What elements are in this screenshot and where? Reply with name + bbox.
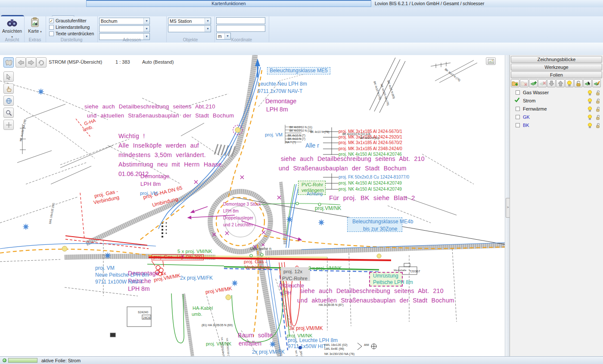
objekte-dropdown-0[interactable]: MS Station▼ (168, 18, 211, 25)
context-tab-kartenfunktionen[interactable]: Kartenfunktionen (86, 0, 371, 7)
lock-icon[interactable] (596, 106, 600, 113)
lock-icon[interactable] (596, 90, 600, 96)
checkbox-liniendarstellung[interactable]: Liniendarstellung (49, 24, 90, 30)
checkbox-label: Liniendarstellung (56, 25, 90, 30)
layer-select-button[interactable] (583, 79, 592, 87)
layer-edit-button[interactable] (592, 79, 601, 87)
objekte-dropdown-1[interactable]: ▼ (168, 25, 211, 32)
panel-header-folien[interactable]: Folien (511, 71, 602, 78)
lock-button[interactable] (574, 79, 583, 87)
checked-checkbox-icon: ✓ (49, 19, 54, 23)
back-button[interactable] (16, 57, 26, 68)
ribbon-group-darstellung: ✓GraustufenfilterLiniendarstellungTexte … (46, 16, 98, 42)
layer-row-fernwärme[interactable]: Fernwärme (510, 105, 603, 113)
map-scale: 1 : 383 (115, 59, 130, 65)
coordinate-y-input[interactable] (216, 25, 265, 32)
move-up-button[interactable] (556, 79, 565, 87)
image-icon (488, 59, 494, 64)
dropdown-value: MS Station (170, 19, 205, 24)
visibility-bulb-icon[interactable] (587, 98, 592, 105)
adressen-dropdown-0[interactable]: Bochum▼ (99, 18, 150, 25)
title-bar: Kartenfunktionen Lovion BIS 6.2.1 / Lovi… (0, 0, 603, 8)
checkbox-graustufenfilter[interactable]: ✓Graustufenfilter (49, 18, 87, 24)
visibility-bulb-icon[interactable] (587, 123, 592, 129)
layer-label: BK (523, 123, 529, 128)
map-drawing (0, 55, 505, 356)
layer-row-gas-wasser[interactable]: Gas Wasser (510, 89, 603, 97)
visibility-bulb-icon[interactable] (587, 90, 592, 96)
group-caption-koordinate: Koordinate (214, 37, 269, 42)
status-led-icon (3, 358, 6, 362)
ribbon-tab-row: ▾ DesignKarteNetzwerkverfolgungNetzeinfä… (0, 7, 603, 16)
karte-label: Karte (28, 28, 39, 34)
layer-add-button[interactable] (529, 79, 538, 87)
layer-checkbox[interactable] (516, 115, 520, 119)
ribbon-group-extras: Karte ▾ Extras (24, 16, 46, 42)
context-tab-label: Kartenfunktionen (211, 1, 246, 6)
layer-checkbox[interactable] (516, 107, 520, 111)
status-text: aktive Folie: Strom (41, 358, 81, 363)
active-layer-check-icon (514, 97, 520, 104)
overview-map-button[interactable] (486, 57, 496, 65)
chevron-down-icon: ▼ (205, 26, 211, 32)
folder-delete-button[interactable] (520, 79, 528, 87)
chevron-down-icon: ▼ (143, 18, 149, 24)
forward-button[interactable] (26, 57, 36, 68)
select-tool-button[interactable] (3, 71, 14, 82)
binoculars-icon (6, 17, 18, 28)
lock-icon[interactable] (596, 123, 600, 129)
checkbox-label: Texte unterdrücken (56, 31, 94, 36)
karte-button[interactable]: Karte ▾ (25, 17, 45, 34)
refresh-button[interactable] (36, 57, 47, 68)
group-caption-objekte: Objekte (166, 37, 214, 42)
hand-tool-button[interactable] (3, 83, 14, 94)
ansichten-button[interactable]: Ansichten ▾ (2, 17, 22, 39)
ribbon: Ansichten ▾ Ansicht Karte ▾ Extras ✓Grau… (0, 16, 603, 43)
active-view-name: STROM (MSP-Übersicht) (49, 59, 102, 65)
group-caption-extras: Extras (24, 37, 46, 42)
dropdown-value: Bochum (101, 19, 143, 24)
ribbon-group-koordinate: m▼ Koordinate (214, 16, 269, 42)
unchecked-checkbox-icon (49, 31, 54, 36)
visibility-bulb-icon[interactable] (587, 114, 592, 121)
window-title: Lovion BIS 6.2.1 / Lovion GmbH / Gesamt … (375, 1, 484, 6)
layer-label: GK (523, 114, 530, 120)
layer-row-bk[interactable]: BK (510, 121, 603, 130)
panel-header-zeichnungsblöcke[interactable]: Zeichnungsblöcke (511, 56, 602, 63)
layer-checkbox[interactable] (516, 90, 520, 95)
chevron-down-icon: ▼ (205, 18, 211, 24)
layer-list: Gas WasserStromFernwärmeGKBK (510, 89, 603, 130)
ribbon-group-objekte: MS Station▼▼ Objekte (166, 16, 215, 42)
ansichten-label: Ansichten (2, 28, 22, 34)
folien-toolbar (510, 79, 603, 88)
group-caption-darstellung: Darstellung (46, 37, 97, 42)
chevron-down-icon: ▼ (143, 26, 149, 32)
lock-icon[interactable] (596, 98, 600, 105)
layer-row-strom[interactable]: Strom (510, 97, 603, 105)
globe-tool-button[interactable] (3, 96, 14, 106)
progress-bar (8, 358, 37, 363)
status-bar: aktive Folie: Strom (0, 356, 603, 364)
ribbon-group-ansicht: Ansichten ▾ Ansicht (0, 16, 25, 42)
visibility-bulb-icon[interactable] (587, 106, 592, 113)
crosshair-tool-button[interactable] (3, 120, 14, 130)
unchecked-checkbox-icon (49, 25, 54, 30)
layer-row-gk[interactable]: GK (510, 113, 603, 121)
panel-splitter[interactable]: > (505, 55, 510, 356)
coordinate-x-input[interactable] (216, 17, 265, 24)
layer-delete-button[interactable] (538, 79, 547, 87)
layer-checkbox[interactable] (516, 123, 520, 127)
lock-icon[interactable] (596, 114, 600, 121)
folder-add-button[interactable] (511, 79, 519, 87)
zoom-tool-button[interactable] (3, 108, 14, 118)
visibility-bulb-button[interactable] (565, 79, 574, 87)
layer-label: Fernwärme (523, 106, 547, 111)
map-canvas[interactable]: siehe auch Detailbeschreibung seitens Ab… (0, 55, 505, 356)
map-button[interactable] (3, 57, 14, 68)
checkbox-texte-unterdrücken[interactable]: Texte unterdrücken (49, 31, 94, 37)
layer-label: Gas Wasser (523, 90, 549, 95)
move-down-button[interactable] (547, 79, 556, 87)
adressen-dropdown-1[interactable]: ▼ (99, 25, 150, 32)
panel-header-werkzeuge[interactable]: Werkzeuge (511, 64, 602, 71)
ribbon-group-adressen: Bochum▼▼▼ Adressen (97, 16, 167, 42)
